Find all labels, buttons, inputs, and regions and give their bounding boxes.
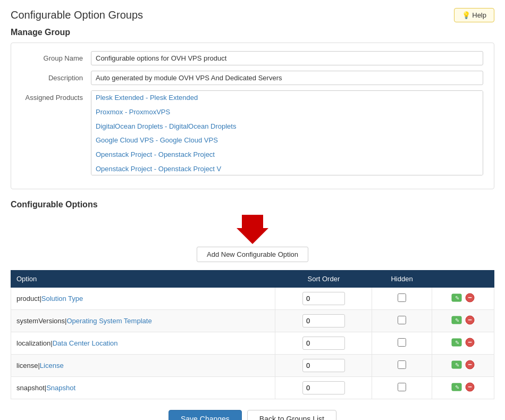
hidden-checkbox[interactable] xyxy=(398,383,406,391)
description-row: Description xyxy=(22,71,483,85)
delete-icon-svg: − xyxy=(465,293,475,303)
edit-icon[interactable]: ✎ xyxy=(451,360,463,371)
delete-icon-svg: − xyxy=(465,338,475,347)
svg-text:✎: ✎ xyxy=(455,340,459,346)
svg-text:−: − xyxy=(468,383,472,391)
arrow-section xyxy=(11,215,494,244)
description-label: Description xyxy=(22,71,91,82)
options-table: Option Sort Order Hidden product|Solutio… xyxy=(11,270,494,399)
manage-group-title: Manage Group xyxy=(11,28,494,37)
edit-icon[interactable]: ✎ xyxy=(451,382,463,393)
page-title: Configurable Option Groups xyxy=(11,9,143,21)
svg-text:−: − xyxy=(468,316,472,324)
option-key: license xyxy=(16,362,38,369)
group-name-row: Group Name xyxy=(22,51,483,65)
action-icons: ✎ − xyxy=(437,315,489,326)
sort-order-cell xyxy=(275,288,372,310)
edit-icon-svg: ✎ xyxy=(451,338,463,347)
svg-text:✎: ✎ xyxy=(455,384,459,390)
sort-order-input[interactable] xyxy=(302,359,345,372)
action-icons: ✎ − xyxy=(437,382,489,393)
edit-icon[interactable]: ✎ xyxy=(451,315,463,326)
back-button[interactable]: Back to Groups List xyxy=(247,410,336,420)
sort-order-input[interactable] xyxy=(302,314,345,327)
option-key: localization xyxy=(16,339,50,347)
sort-order-cell xyxy=(275,355,372,377)
actions-cell: ✎ − xyxy=(432,377,494,399)
edit-icon[interactable]: ✎ xyxy=(451,293,463,304)
actions-cell: ✎ − xyxy=(432,355,494,377)
delete-icon-svg: − xyxy=(465,382,475,392)
table-row: license|License ✎ − xyxy=(11,355,494,377)
actions-cell: ✎ − xyxy=(432,310,494,332)
products-list[interactable]: Plesk Extended - Plesk ExtendedProxmox -… xyxy=(91,90,483,175)
table-header-row: Option Sort Order Hidden xyxy=(11,271,494,288)
sort-order-cell xyxy=(275,332,372,355)
hidden-checkbox[interactable] xyxy=(398,338,406,347)
sort-order-input[interactable] xyxy=(302,292,345,305)
sort-order-cell xyxy=(275,377,372,399)
list-item[interactable]: Google Cloud VPS - Google Cloud VPS xyxy=(91,133,483,148)
delete-icon[interactable]: − xyxy=(465,338,475,349)
action-icons: ✎ − xyxy=(437,293,489,304)
edit-icon[interactable]: ✎ xyxy=(451,338,463,349)
delete-icon-svg: − xyxy=(465,315,475,325)
add-option-row: Add New Configurable Option xyxy=(11,247,494,262)
sort-order-input[interactable] xyxy=(302,381,345,394)
col-actions xyxy=(432,271,494,288)
save-button[interactable]: Save Changes xyxy=(169,410,242,420)
hidden-checkbox[interactable] xyxy=(398,360,406,369)
delete-icon[interactable]: − xyxy=(465,382,475,393)
help-button[interactable]: 💡 Help xyxy=(454,8,494,22)
delete-icon[interactable]: − xyxy=(465,360,475,371)
edit-icon-svg: ✎ xyxy=(451,360,463,369)
sort-order-cell xyxy=(275,310,372,332)
hidden-cell xyxy=(372,355,432,377)
option-cell: systemVersions|Operating System Template xyxy=(11,310,275,332)
assigned-products-row: Assigned Products Plesk Extended - Plesk… xyxy=(22,90,483,175)
action-icons: ✎ − xyxy=(437,360,489,371)
configurable-options-title: Configurable Options xyxy=(11,200,494,209)
svg-marker-0 xyxy=(237,215,268,244)
actions-cell: ✎ − xyxy=(432,288,494,310)
hidden-cell xyxy=(372,310,432,332)
option-value: Solution Type xyxy=(41,295,83,303)
delete-icon[interactable]: − xyxy=(465,315,475,326)
group-name-label: Group Name xyxy=(22,51,91,62)
option-cell: product|Solution Type xyxy=(11,288,275,310)
svg-text:−: − xyxy=(468,293,472,301)
hidden-checkbox[interactable] xyxy=(398,316,406,324)
delete-icon-svg: − xyxy=(465,360,475,369)
svg-text:✎: ✎ xyxy=(455,362,459,368)
actions-cell: ✎ − xyxy=(432,332,494,355)
manage-group-section: Group Name Description Assigned Products… xyxy=(11,43,494,189)
assigned-products-label: Assigned Products xyxy=(22,90,91,102)
description-input[interactable] xyxy=(91,71,483,85)
option-value: Snapshot xyxy=(46,384,75,392)
svg-text:−: − xyxy=(468,360,472,368)
list-item[interactable]: Plesk Extended - Plesk Extended xyxy=(91,91,483,105)
hidden-cell xyxy=(372,377,432,399)
delete-icon[interactable]: − xyxy=(465,293,475,304)
col-hidden: Hidden xyxy=(372,271,432,288)
list-item[interactable]: DigitalOcean Droplets - DigitalOcean Dro… xyxy=(91,120,483,134)
sort-order-input[interactable] xyxy=(302,337,345,350)
option-cell: snapshot|Snapshot xyxy=(11,377,275,399)
edit-icon-svg: ✎ xyxy=(451,293,463,303)
action-icons: ✎ − xyxy=(437,338,489,349)
list-item[interactable]: Openstack Project - Openstack Project xyxy=(91,148,483,162)
footer-buttons: Save Changes Back to Groups List xyxy=(11,410,494,420)
add-option-button[interactable]: Add New Configurable Option xyxy=(197,247,308,262)
list-item[interactable]: Openstack Project - Openstack Project V xyxy=(91,162,483,175)
group-name-input[interactable] xyxy=(91,51,483,65)
list-item[interactable]: Proxmox - ProxmoxVPS xyxy=(91,105,483,120)
option-value: Data Center Location xyxy=(53,339,118,347)
option-cell: license|License xyxy=(11,355,275,377)
svg-text:✎: ✎ xyxy=(455,295,459,301)
option-cell: localization|Data Center Location xyxy=(11,332,275,355)
hidden-cell xyxy=(372,288,432,310)
option-value: License xyxy=(40,362,64,369)
option-key: snapshot xyxy=(16,384,45,392)
hidden-checkbox[interactable] xyxy=(398,293,406,302)
option-value: Operating System Template xyxy=(66,317,152,325)
